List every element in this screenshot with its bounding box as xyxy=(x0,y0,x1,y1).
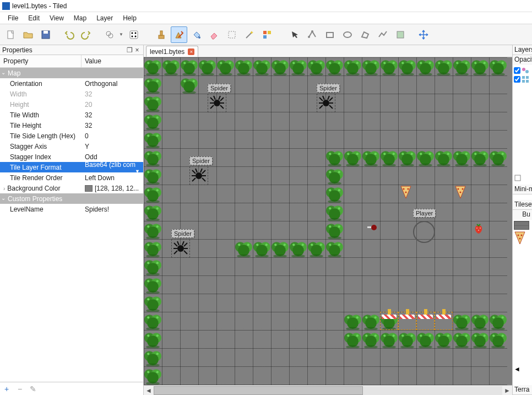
bush-tile[interactable] xyxy=(435,148,453,166)
tilesets-panel-header[interactable]: Tilesets xyxy=(513,200,532,210)
map-canvas[interactable]: SpiderSpiderSpiderSpiderPlayer xyxy=(144,57,507,385)
command-button[interactable] xyxy=(101,26,118,43)
bush-tile[interactable] xyxy=(362,312,380,330)
bush-tile[interactable] xyxy=(307,239,325,257)
bush-tile[interactable] xyxy=(471,148,489,166)
new-layer-icon[interactable] xyxy=(514,174,522,182)
bush-tile[interactable] xyxy=(325,203,344,221)
bush-tile[interactable] xyxy=(144,366,162,385)
layer-visible-checkbox[interactable] xyxy=(514,67,520,74)
bush-tile[interactable] xyxy=(144,75,162,94)
minimap-panel-header[interactable]: Mini-m xyxy=(513,185,532,194)
scroll-left-arrow[interactable]: ◄ xyxy=(144,386,154,395)
bush-tile[interactable] xyxy=(144,294,162,312)
magic-wand-button[interactable] xyxy=(241,26,258,43)
prop-stagger-axis[interactable]: Stagger AxisY xyxy=(0,141,143,151)
prop-tile-render-order[interactable]: Tile Render OrderLeft Down xyxy=(0,172,143,183)
hazard-tile[interactable] xyxy=(380,312,398,330)
bush-tile[interactable] xyxy=(144,148,162,166)
bush-tile[interactable] xyxy=(435,57,453,75)
eraser-tool-button[interactable] xyxy=(206,26,222,43)
menu-layer[interactable]: Layer xyxy=(92,13,117,24)
bush-tile[interactable] xyxy=(144,203,162,221)
bush-tile[interactable] xyxy=(289,239,307,257)
spider-object[interactable] xyxy=(208,94,226,112)
prop-tile-side-length[interactable]: Tile Side Length (Hex)0 xyxy=(0,131,143,141)
spider-object[interactable] xyxy=(171,239,190,258)
scroll-right-arrow[interactable]: ► xyxy=(502,386,512,395)
menu-view[interactable]: View xyxy=(45,13,68,24)
bush-tile[interactable] xyxy=(325,185,344,203)
bush-tile[interactable] xyxy=(471,57,489,75)
move-tool-button[interactable] xyxy=(415,26,432,43)
menu-help[interactable]: Help xyxy=(118,13,141,24)
bush-tile[interactable] xyxy=(144,257,162,275)
edit-property-button[interactable]: ✎ xyxy=(29,385,37,393)
bush-tile[interactable] xyxy=(271,57,289,75)
bush-tile[interactable] xyxy=(144,185,162,203)
bush-tile[interactable] xyxy=(489,330,507,348)
bush-tile[interactable] xyxy=(307,57,325,75)
terrain-tool-button[interactable] xyxy=(171,26,187,43)
bush-tile[interactable] xyxy=(325,166,344,185)
bush-tile[interactable] xyxy=(325,221,344,239)
bush-tile[interactable] xyxy=(271,239,289,257)
random-button[interactable] xyxy=(126,26,142,43)
bush-tile[interactable] xyxy=(144,112,162,130)
layers-panel-header[interactable]: Layers xyxy=(513,45,532,55)
bush-tile[interactable] xyxy=(144,57,162,75)
open-file-button[interactable] xyxy=(20,26,36,43)
bush-tile[interactable] xyxy=(489,57,507,75)
bush-tile[interactable] xyxy=(325,57,344,75)
tab-level1[interactable]: level1.bytes × xyxy=(146,46,198,57)
bush-tile[interactable] xyxy=(253,57,271,75)
bush-tile[interactable] xyxy=(253,239,271,257)
bush-tile[interactable] xyxy=(180,75,198,94)
bush-tile[interactable] xyxy=(398,330,416,348)
stamp-tool-button[interactable] xyxy=(153,26,170,43)
spider-label[interactable]: Spider xyxy=(171,229,194,238)
bush-tile[interactable] xyxy=(380,148,398,166)
prop-tile-width[interactable]: Tile Width32 xyxy=(0,110,143,120)
tile-pizza[interactable] xyxy=(514,231,526,245)
hazard-tile[interactable] xyxy=(435,312,453,330)
bush-tile[interactable] xyxy=(344,312,362,330)
group-custom-properties[interactable]: ⌄Custom Properties xyxy=(0,193,143,204)
bush-tile[interactable] xyxy=(453,148,471,166)
bush-tile[interactable] xyxy=(325,148,344,166)
tab-close-icon[interactable]: × xyxy=(188,48,194,55)
insert-polyline-button[interactable] xyxy=(374,26,391,43)
panel-close-icon[interactable]: × xyxy=(133,46,141,54)
bush-tile[interactable] xyxy=(198,57,216,75)
tile-brick[interactable] xyxy=(514,221,529,230)
bush-tile[interactable] xyxy=(235,57,253,75)
prop-tile-height[interactable]: Tile Height32 xyxy=(0,120,143,131)
bush-tile[interactable] xyxy=(416,148,435,166)
layer-row-2[interactable] xyxy=(514,75,531,84)
select-object-button[interactable] xyxy=(286,26,303,43)
menu-file[interactable]: File xyxy=(3,13,23,24)
player-object[interactable] xyxy=(413,221,435,243)
bush-tile[interactable] xyxy=(144,348,162,366)
rect-select-button[interactable] xyxy=(224,26,240,43)
scroll-track[interactable] xyxy=(154,386,502,395)
panel-popout-icon[interactable]: ❐ xyxy=(126,46,133,54)
undo-button[interactable] xyxy=(61,26,77,43)
bush-tile[interactable] xyxy=(344,148,362,166)
strawberry-tile[interactable] xyxy=(474,223,483,234)
spider-label[interactable]: Spider xyxy=(189,156,213,165)
menu-edit[interactable]: Edit xyxy=(24,13,44,24)
prop-orientation[interactable]: OrientationOrthogonal xyxy=(0,78,143,89)
col-property[interactable]: Property xyxy=(0,55,82,67)
insert-tile-button[interactable] xyxy=(392,26,409,43)
insert-polygon-button[interactable] xyxy=(357,26,373,43)
bush-tile[interactable] xyxy=(489,148,507,166)
scroll-thumb[interactable] xyxy=(154,386,363,395)
insert-ellipse-button[interactable] xyxy=(339,26,356,43)
bush-tile[interactable] xyxy=(362,148,380,166)
bush-tile[interactable] xyxy=(362,330,380,348)
tileset-tab-bu[interactable]: Bu xyxy=(513,210,532,220)
bush-tile[interactable] xyxy=(380,57,398,75)
select-same-button[interactable] xyxy=(259,26,275,43)
menu-map[interactable]: Map xyxy=(69,13,91,24)
